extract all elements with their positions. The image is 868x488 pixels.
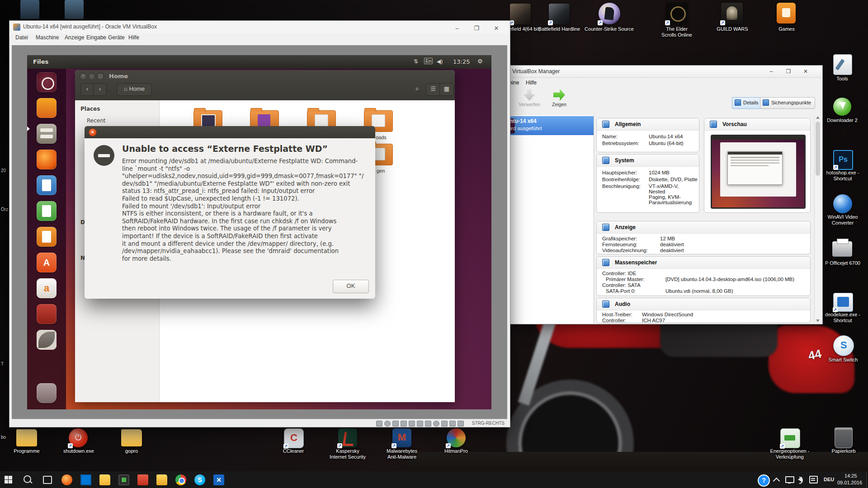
windows-taskbar[interactable]: S ✕ ? DEU 14:25 09.01.2016 — [0, 471, 868, 488]
menu-hilfe[interactable]: Hilfe — [128, 34, 139, 41]
launcher-ubuntuone-icon[interactable]: A — [37, 253, 57, 272]
launcher-trash-icon[interactable] — [37, 383, 57, 403]
scroll-thumb[interactable] — [816, 122, 820, 176]
section-header[interactable]: Anzeige — [597, 221, 810, 234]
desktop-icon-papierkorb[interactable] — [835, 427, 853, 448]
close-button[interactable]: ✕ — [798, 67, 813, 76]
toolbar-verwerfen-button[interactable]: Verwerfen — [515, 89, 544, 107]
vm-list-panel[interactable]: Ubuntu-14 x64 wird ausgeführt — [498, 115, 594, 324]
taskbar-skype-icon[interactable]: S — [194, 474, 205, 485]
partial-icon[interactable] — [20, 0, 39, 19]
taskbar-firefox-icon[interactable] — [61, 474, 72, 485]
menu-hilfe[interactable]: Hilfe — [526, 80, 537, 86]
desktop-icon-videodeluxe[interactable]: ↗ — [833, 293, 853, 312]
minimize-icon[interactable]: – — [88, 73, 95, 80]
keyboard-indicator[interactable]: En — [424, 58, 433, 64]
menu-datei[interactable]: Datei — [15, 34, 28, 41]
launcher-workspace-icon[interactable] — [37, 330, 57, 350]
desktop-icon-downloader2[interactable] — [833, 98, 851, 116]
nav-back-button[interactable]: ‹ — [80, 83, 94, 96]
section-header[interactable]: Audio — [597, 298, 810, 310]
taskbar-chrome-icon[interactable] — [175, 474, 186, 485]
desktop-icon-tools[interactable] — [833, 54, 852, 75]
taskbar-app-red-icon[interactable] — [137, 474, 148, 485]
volume-tray-icon[interactable] — [798, 477, 802, 482]
scroll-down-arrow[interactable] — [816, 319, 820, 322]
error-dialog[interactable]: ✕ Unable to access “Externe Festplatte W… — [85, 126, 375, 299]
section-header[interactable]: Massenspeicher — [597, 257, 810, 269]
tray-clock-time[interactable]: 14:25 — [844, 473, 857, 479]
launcher-files-icon[interactable] — [37, 124, 57, 144]
help-tray-icon[interactable]: ? — [758, 474, 770, 487]
desktop-icon-counter-strike-source[interactable]: ↗ — [599, 3, 620, 24]
desktop-icon-officejet[interactable] — [832, 241, 852, 257]
launcher-impress-icon[interactable] — [37, 227, 57, 247]
mouse-status-icon[interactable] — [449, 421, 456, 427]
grid-view-button[interactable]: ▦ — [439, 83, 454, 96]
section-header[interactable]: Allgemein — [597, 118, 699, 131]
launcher-calc-icon[interactable] — [37, 201, 57, 221]
desktop-icon-battlefield4[interactable]: ↗ — [510, 4, 531, 24]
ubuntu-screen[interactable]: Files ⇅ En ◀) 13:25 ⚙ A a — [27, 55, 491, 409]
tray-clock-date[interactable]: 09.01.2016 — [837, 480, 862, 485]
task-view-icon[interactable] — [43, 476, 52, 484]
cd-status-icon[interactable] — [384, 421, 391, 427]
minimize-button[interactable]: – — [450, 24, 464, 33]
taskbar-x-app-icon[interactable]: ✕ — [213, 474, 224, 485]
taskbar-file-explorer-icon[interactable] — [99, 474, 110, 485]
maximize-button[interactable]: ❐ — [781, 67, 796, 76]
desktop-icon-elder-scrolls-online[interactable]: ↗ — [666, 3, 688, 24]
manager-titlebar[interactable]: Oracle VM VirtualBox Manager – ❐ ✕ — [498, 66, 821, 78]
desktop-icon-kaspersky[interactable]: ↗ — [338, 428, 357, 447]
toolbar-zeigen-button[interactable]: Zeigen — [545, 89, 574, 107]
section-header[interactable]: System — [597, 155, 699, 167]
vm-titlebar[interactable]: Ubuntu-14 x64 [wird ausgeführt] - Oracle… — [9, 21, 509, 33]
dialog-titlebar[interactable] — [85, 126, 375, 138]
taskbar-photos-icon[interactable] — [118, 474, 129, 485]
desktop-icon-gopro[interactable] — [121, 429, 142, 446]
list-view-button[interactable]: ☰ — [426, 83, 440, 96]
unity-launcher[interactable]: A a — [27, 69, 66, 409]
maximize-icon[interactable]: ▢ — [97, 73, 104, 80]
ubuntu-appmenu[interactable]: Files — [33, 58, 48, 65]
menu-maschine[interactable]: Maschine — [36, 34, 59, 41]
virtualbox-vm-window[interactable]: Ubuntu-14 x64 [wird ausgeführt] - Oracle… — [9, 20, 510, 427]
nav-forward-button[interactable]: › — [93, 83, 107, 96]
launcher-amazon-icon[interactable]: a — [37, 278, 57, 298]
menu-geraete[interactable]: Geräte — [108, 34, 125, 41]
network-tray-icon[interactable] — [785, 476, 794, 483]
close-button[interactable]: ✕ — [490, 24, 503, 33]
files-header[interactable]: ✕ – ▢ Home ‹ › ⌂ Home ⌕ ☰ ▦ — [75, 70, 455, 101]
vm-viewport[interactable]: Files ⇅ En ◀) 13:25 ⚙ A a — [12, 45, 507, 419]
audio-status-icon[interactable] — [392, 421, 399, 427]
partial-icon[interactable] — [65, 0, 84, 19]
recording-status-icon[interactable] — [433, 421, 439, 427]
minimize-button[interactable]: – — [764, 67, 779, 76]
desktop-icon-winavi[interactable] — [833, 194, 852, 213]
scrollbar[interactable] — [814, 115, 821, 323]
session-gear-icon[interactable]: ⚙ — [477, 58, 483, 65]
desktop-icon-photoshop[interactable]: Ps↗ — [833, 150, 853, 170]
keyboard-status-icon[interactable] — [458, 421, 464, 427]
tray-chevron-icon[interactable] — [773, 478, 780, 485]
close-icon[interactable]: ✕ — [89, 128, 97, 136]
launcher-writer-icon[interactable] — [37, 175, 57, 195]
desktop-icon-malwarebytes[interactable]: M↗ — [392, 428, 411, 447]
clock[interactable]: 13:25 — [453, 58, 470, 65]
desktop-icon-games[interactable] — [777, 3, 796, 23]
scroll-up-arrow[interactable] — [816, 116, 820, 119]
close-icon[interactable]: ✕ — [80, 73, 87, 80]
launcher-firefox-icon[interactable] — [37, 150, 57, 169]
launcher-dash-icon[interactable] — [37, 72, 57, 92]
details-view-button[interactable]: Details — [732, 97, 763, 109]
search-button[interactable]: ⌕ — [410, 83, 424, 95]
search-icon[interactable] — [24, 475, 31, 483]
show-desktop-button[interactable] — [866, 471, 868, 488]
menu-eingabe[interactable]: Eingabe — [86, 34, 106, 41]
action-center-icon[interactable] — [809, 476, 818, 483]
desktop-icon-ccleaner[interactable]: C↗ — [284, 428, 304, 448]
harddisk-status-icon[interactable] — [376, 421, 382, 427]
sync-arrows-icon[interactable]: ⇅ — [414, 58, 418, 65]
virtualbox-manager-window[interactable]: Oracle VM VirtualBox Manager – ❐ ✕ Masch… — [497, 65, 823, 324]
desktop-icon-smart-switch[interactable]: S — [833, 335, 854, 356]
